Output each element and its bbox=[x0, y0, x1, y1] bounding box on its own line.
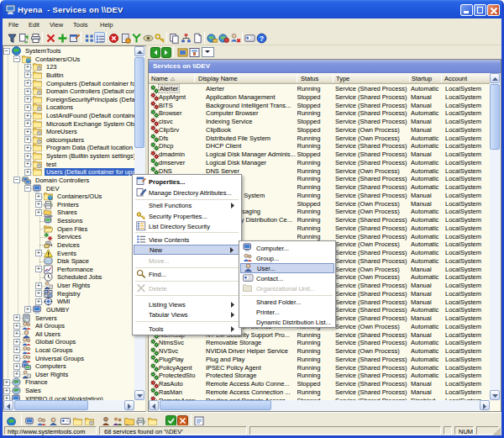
svg-text:?: ? bbox=[260, 34, 264, 43]
